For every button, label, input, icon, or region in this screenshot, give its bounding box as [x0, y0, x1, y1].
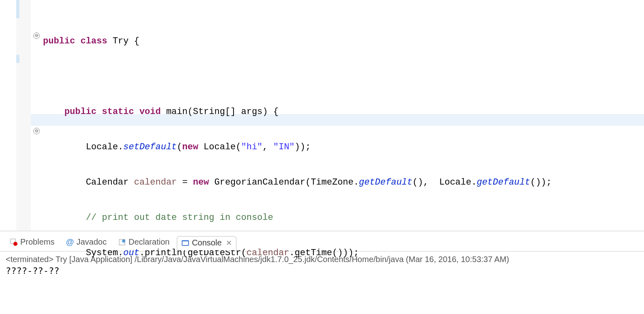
svg-point-1 [13, 242, 17, 246]
code-area[interactable]: public class Try { public static void ma… [31, 0, 644, 231]
close-icon[interactable]: ✕ [226, 239, 232, 247]
code-line: Locale.setDefault(new Locale("hi", "IN")… [43, 141, 644, 153]
editor-gutter: ⊖ ⊖ [0, 0, 31, 231]
code-line: public class Try { [43, 35, 644, 47]
code-line: // print out date string in console [43, 212, 644, 224]
console-icon [181, 239, 189, 247]
svg-rect-5 [182, 241, 188, 245]
tab-console[interactable]: Console ✕ [177, 236, 236, 250]
code-line: Calendar calendar = new GregorianCalenda… [43, 176, 644, 188]
code-editor[interactable]: ⊖ ⊖ public class Try { public static voi… [0, 0, 644, 231]
gutter-shade [16, 0, 31, 231]
tab-label: Console [192, 238, 221, 247]
change-marker [16, 55, 19, 63]
code-line: public static void main(String[] args) { [43, 106, 644, 118]
code-line: System.out.println(getDateStr(calendar.g… [43, 247, 644, 259]
code-line [43, 71, 644, 82]
change-marker [16, 0, 19, 18]
problems-icon [10, 238, 18, 246]
